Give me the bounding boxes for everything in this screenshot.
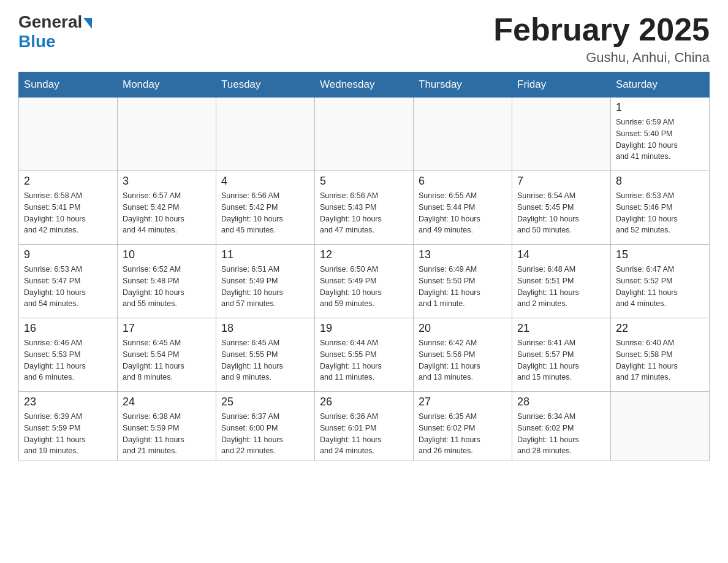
calendar-cell: 18Sunrise: 6:45 AMSunset: 5:55 PMDayligh… (216, 318, 315, 392)
day-info: Sunrise: 6:46 AMSunset: 5:53 PMDaylight:… (24, 337, 112, 383)
calendar-cell: 22Sunrise: 6:40 AMSunset: 5:58 PMDayligh… (611, 318, 710, 392)
calendar-cell: 14Sunrise: 6:48 AMSunset: 5:51 PMDayligh… (512, 245, 611, 318)
calendar-week-row: 23Sunrise: 6:39 AMSunset: 5:59 PMDayligh… (19, 392, 710, 461)
day-info: Sunrise: 6:34 AMSunset: 6:02 PMDaylight:… (517, 411, 605, 457)
day-info: Sunrise: 6:40 AMSunset: 5:58 PMDaylight:… (616, 337, 704, 383)
day-info: Sunrise: 6:45 AMSunset: 5:54 PMDaylight:… (123, 337, 211, 383)
calendar-cell: 17Sunrise: 6:45 AMSunset: 5:54 PMDayligh… (118, 318, 216, 392)
day-number: 20 (419, 322, 507, 335)
day-number: 4 (221, 175, 309, 188)
day-number: 3 (123, 175, 211, 188)
calendar-week-row: 1Sunrise: 6:59 AMSunset: 5:40 PMDaylight… (19, 98, 710, 171)
day-number: 22 (616, 322, 704, 335)
calendar-week-row: 16Sunrise: 6:46 AMSunset: 5:53 PMDayligh… (19, 318, 710, 392)
day-info: Sunrise: 6:55 AMSunset: 5:44 PMDaylight:… (419, 190, 507, 236)
calendar-cell: 5Sunrise: 6:56 AMSunset: 5:43 PMDaylight… (315, 171, 414, 245)
calendar-cell: 23Sunrise: 6:39 AMSunset: 5:59 PMDayligh… (19, 392, 118, 461)
calendar-cell: 4Sunrise: 6:56 AMSunset: 5:42 PMDaylight… (216, 171, 315, 245)
day-number: 14 (517, 248, 605, 261)
calendar-cell: 28Sunrise: 6:34 AMSunset: 6:02 PMDayligh… (512, 392, 611, 461)
day-number: 8 (616, 175, 704, 188)
day-info: Sunrise: 6:56 AMSunset: 5:43 PMDaylight:… (320, 190, 408, 236)
day-info: Sunrise: 6:38 AMSunset: 5:59 PMDaylight:… (123, 411, 211, 457)
day-number: 24 (123, 396, 211, 408)
day-info: Sunrise: 6:36 AMSunset: 6:01 PMDaylight:… (320, 411, 408, 457)
calendar-cell: 19Sunrise: 6:44 AMSunset: 5:55 PMDayligh… (315, 318, 414, 392)
day-info: Sunrise: 6:50 AMSunset: 5:49 PMDaylight:… (320, 264, 408, 310)
day-info: Sunrise: 6:42 AMSunset: 5:56 PMDaylight:… (419, 337, 507, 383)
calendar-cell: 16Sunrise: 6:46 AMSunset: 5:53 PMDayligh… (19, 318, 118, 392)
calendar-cell: 25Sunrise: 6:37 AMSunset: 6:00 PMDayligh… (216, 392, 315, 461)
day-info: Sunrise: 6:52 AMSunset: 5:48 PMDaylight:… (123, 264, 211, 310)
weekday-header-tuesday: Tuesday (216, 72, 315, 98)
day-number: 5 (320, 175, 408, 188)
logo: General Blue (18, 12, 92, 52)
month-title: February 2025 (493, 12, 710, 47)
calendar-cell: 24Sunrise: 6:38 AMSunset: 5:59 PMDayligh… (118, 392, 216, 461)
calendar-week-row: 2Sunrise: 6:58 AMSunset: 5:41 PMDaylight… (19, 171, 710, 245)
logo-blue-text: Blue (18, 32, 92, 52)
day-number: 18 (221, 322, 309, 335)
day-info: Sunrise: 6:45 AMSunset: 5:55 PMDaylight:… (221, 337, 309, 383)
day-info: Sunrise: 6:57 AMSunset: 5:42 PMDaylight:… (123, 190, 211, 236)
location-title: Gushu, Anhui, China (493, 50, 710, 66)
day-info: Sunrise: 6:58 AMSunset: 5:41 PMDaylight:… (24, 190, 112, 236)
day-info: Sunrise: 6:59 AMSunset: 5:40 PMDaylight:… (616, 117, 704, 163)
calendar-cell: 10Sunrise: 6:52 AMSunset: 5:48 PMDayligh… (118, 245, 216, 318)
day-number: 16 (24, 322, 112, 335)
calendar-cell: 21Sunrise: 6:41 AMSunset: 5:57 PMDayligh… (512, 318, 611, 392)
day-info: Sunrise: 6:53 AMSunset: 5:46 PMDaylight:… (616, 190, 704, 236)
calendar-cell: 9Sunrise: 6:53 AMSunset: 5:47 PMDaylight… (19, 245, 118, 318)
day-number: 7 (517, 175, 605, 188)
calendar-table: SundayMondayTuesdayWednesdayThursdayFrid… (18, 72, 710, 461)
day-number: 1 (616, 101, 704, 114)
weekday-header-friday: Friday (512, 72, 611, 98)
day-info: Sunrise: 6:56 AMSunset: 5:42 PMDaylight:… (221, 190, 309, 236)
page-header: General Blue February 2025 Gushu, Anhui,… (18, 12, 710, 66)
calendar-cell: 6Sunrise: 6:55 AMSunset: 5:44 PMDaylight… (414, 171, 512, 245)
title-area: February 2025 Gushu, Anhui, China (493, 12, 710, 66)
calendar-cell: 15Sunrise: 6:47 AMSunset: 5:52 PMDayligh… (611, 245, 710, 318)
calendar-cell: 20Sunrise: 6:42 AMSunset: 5:56 PMDayligh… (414, 318, 512, 392)
day-number: 26 (320, 396, 408, 408)
day-number: 2 (24, 175, 112, 188)
day-number: 25 (221, 396, 309, 408)
day-info: Sunrise: 6:37 AMSunset: 6:00 PMDaylight:… (221, 411, 309, 457)
day-info: Sunrise: 6:51 AMSunset: 5:49 PMDaylight:… (221, 264, 309, 310)
day-info: Sunrise: 6:54 AMSunset: 5:45 PMDaylight:… (517, 190, 605, 236)
calendar-cell (19, 98, 118, 171)
day-number: 10 (123, 248, 211, 261)
calendar-cell: 1Sunrise: 6:59 AMSunset: 5:40 PMDaylight… (611, 98, 710, 171)
day-info: Sunrise: 6:47 AMSunset: 5:52 PMDaylight:… (616, 264, 704, 310)
day-number: 9 (24, 248, 112, 261)
calendar-cell: 27Sunrise: 6:35 AMSunset: 6:02 PMDayligh… (414, 392, 512, 461)
calendar-cell: 11Sunrise: 6:51 AMSunset: 5:49 PMDayligh… (216, 245, 315, 318)
day-number: 19 (320, 322, 408, 335)
calendar-cell (611, 392, 710, 461)
day-number: 28 (517, 396, 605, 408)
day-number: 23 (24, 396, 112, 408)
day-number: 21 (517, 322, 605, 335)
weekday-header-thursday: Thursday (414, 72, 512, 98)
calendar-week-row: 9Sunrise: 6:53 AMSunset: 5:47 PMDaylight… (19, 245, 710, 318)
day-info: Sunrise: 6:35 AMSunset: 6:02 PMDaylight:… (419, 411, 507, 457)
day-info: Sunrise: 6:53 AMSunset: 5:47 PMDaylight:… (24, 264, 112, 310)
weekday-header-wednesday: Wednesday (315, 72, 414, 98)
calendar-cell: 2Sunrise: 6:58 AMSunset: 5:41 PMDaylight… (19, 171, 118, 245)
day-number: 11 (221, 248, 309, 261)
day-number: 15 (616, 248, 704, 261)
calendar-cell (118, 98, 216, 171)
day-info: Sunrise: 6:44 AMSunset: 5:55 PMDaylight:… (320, 337, 408, 383)
day-info: Sunrise: 6:49 AMSunset: 5:50 PMDaylight:… (419, 264, 507, 310)
day-number: 13 (419, 248, 507, 261)
calendar-cell: 7Sunrise: 6:54 AMSunset: 5:45 PMDaylight… (512, 171, 611, 245)
day-number: 17 (123, 322, 211, 335)
calendar-cell: 3Sunrise: 6:57 AMSunset: 5:42 PMDaylight… (118, 171, 216, 245)
calendar-header-row: SundayMondayTuesdayWednesdayThursdayFrid… (19, 72, 710, 98)
calendar-cell: 8Sunrise: 6:53 AMSunset: 5:46 PMDaylight… (611, 171, 710, 245)
weekday-header-saturday: Saturday (611, 72, 710, 98)
day-number: 6 (419, 175, 507, 188)
weekday-header-sunday: Sunday (19, 72, 118, 98)
day-info: Sunrise: 6:41 AMSunset: 5:57 PMDaylight:… (517, 337, 605, 383)
day-info: Sunrise: 6:39 AMSunset: 5:59 PMDaylight:… (24, 411, 112, 457)
